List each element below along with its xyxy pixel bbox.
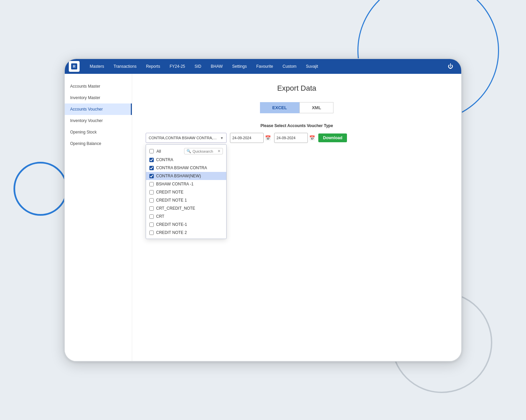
sidebar-item-opening-balance[interactable]: Opening Balance [65, 138, 132, 149]
checkbox-credit-note-dash-1[interactable] [149, 222, 154, 227]
dropdown-item-contra-bshaw-new[interactable]: CONTRA BSHAW(NEW) [146, 172, 226, 180]
logo-icon: R [71, 63, 77, 69]
item-label-credit-note-dash-1: CREDIT NOTE-1 [156, 222, 187, 227]
dropdown-panel: All 🔍 ✕ CONTRA [146, 144, 227, 239]
voucher-type-label: Please Select Accounts Voucher Type [146, 123, 448, 128]
dropdown-header: All 🔍 ✕ [146, 147, 226, 156]
checkbox-credit-note-1[interactable] [149, 198, 154, 203]
tab-xml[interactable]: XML [299, 102, 333, 113]
controls-row: CONTRA,CONTRA BSHAW CONTRA,CONTRA BS ▼ A… [146, 133, 448, 143]
checkbox-credit-note-2[interactable] [149, 231, 154, 235]
sidebar-item-accounts-master[interactable]: Accounts Master [65, 81, 132, 92]
tab-excel[interactable]: EXCEL [260, 102, 299, 113]
nav-fy2425[interactable]: FY24-25 [165, 59, 190, 74]
search-clear-icon[interactable]: ✕ [217, 149, 221, 153]
nav-transactions[interactable]: Transactions [109, 59, 141, 74]
checkbox-contra-bshaw-new[interactable] [149, 174, 154, 178]
sidebar-item-opening-stock[interactable]: Opening Stock [65, 126, 132, 138]
dropdown-item-bshaw-contra[interactable]: BSHAW CONTRA -1 [146, 180, 226, 188]
item-label-crt-credit-note: CRT_CREDIT_NOTE [156, 206, 195, 211]
decorative-circle-blue-left [13, 162, 67, 216]
nav-settings[interactable]: Settings [228, 59, 252, 74]
dropdown-item-credit-note-2[interactable]: CREDIT NOTE 2 [146, 229, 226, 237]
content-area: Export Data EXCEL XML Please Select Acco… [132, 74, 461, 362]
dropdown-item-credit-note-1[interactable]: CREDIT NOTE 1 [146, 196, 226, 204]
nav-masters[interactable]: Masters [85, 59, 109, 74]
multiselect-trigger[interactable]: CONTRA,CONTRA BSHAW CONTRA,CONTRA BS ▼ [146, 133, 227, 143]
nav-favourite[interactable]: Favourite [252, 59, 278, 74]
sidebar-item-inventory-voucher[interactable]: Inventory Voucher [65, 115, 132, 126]
dropdown-item-contra[interactable]: CONTRA [146, 156, 226, 164]
nav-custom[interactable]: Custom [278, 59, 301, 74]
dropdown-item-credit-note-dash-1[interactable]: CREDIT NOTE-1 [146, 220, 226, 229]
dropdown-item-crt-credit-note[interactable]: CRT_CREDIT_NOTE [146, 204, 226, 212]
power-button[interactable]: ⏻ [444, 63, 457, 69]
checkbox-credit-note[interactable] [149, 190, 154, 194]
dropdown-list: CONTRA CONTRA BSHAW CONTRA CONTRA BSHAW(… [146, 156, 226, 237]
multiselect-container: CONTRA,CONTRA BSHAW CONTRA,CONTRA BS ▼ A… [146, 133, 227, 143]
checkbox-crt[interactable] [149, 214, 154, 219]
dropdown-item-crt[interactable]: CRT [146, 212, 226, 220]
nav-sid[interactable]: SID [190, 59, 206, 74]
checkbox-contra-bshaw-contra[interactable] [149, 166, 154, 170]
dropdown-item-contra-bshaw-contra[interactable]: CONTRA BSHAW CONTRA [146, 164, 226, 172]
item-label-credit-note-2: CREDIT NOTE 2 [156, 230, 187, 235]
date-from-container: 📅 [230, 133, 271, 143]
sidebar: Accounts Master Inventory Master Account… [65, 74, 132, 362]
sidebar-item-accounts-voucher[interactable]: Accounts Voucher [65, 103, 132, 115]
navbar: R Masters Transactions Reports FY24-25 S… [65, 59, 461, 74]
search-box: 🔍 ✕ [184, 148, 223, 154]
item-label-bshaw-contra: BSHAW CONTRA -1 [156, 182, 194, 186]
multiselect-value: CONTRA,CONTRA BSHAW CONTRA,CONTRA BS [149, 136, 219, 140]
checkbox-crt-credit-note[interactable] [149, 206, 154, 211]
nav-suvajit[interactable]: Suvajit [301, 59, 323, 74]
quicksearch-input[interactable] [193, 149, 216, 153]
calendar-from-icon[interactable]: 📅 [265, 135, 271, 141]
nav-bhaw[interactable]: BHAW [206, 59, 228, 74]
item-label-contra-bshaw-contra: CONTRA BSHAW CONTRA [156, 166, 207, 170]
search-icon: 🔍 [186, 149, 191, 153]
date-to-container: 📅 [274, 133, 315, 143]
dropdown-item-credit-note[interactable]: CREDIT NOTE [146, 188, 226, 196]
nav-reports[interactable]: Reports [141, 59, 165, 74]
checkbox-bshaw-contra[interactable] [149, 182, 154, 186]
item-label-credit-note-1: CREDIT NOTE 1 [156, 198, 187, 203]
main-content: Accounts Master Inventory Master Account… [65, 74, 461, 362]
sidebar-item-inventory-master[interactable]: Inventory Master [65, 92, 132, 103]
item-label-contra: CONTRA [156, 157, 173, 162]
all-label: All [156, 149, 181, 154]
download-button[interactable]: Download [318, 133, 347, 142]
date-to-input[interactable] [274, 133, 308, 143]
nav-logo[interactable]: R [69, 61, 80, 72]
all-checkbox[interactable] [149, 149, 154, 153]
dropdown-arrow-icon: ▼ [220, 136, 224, 140]
item-label-crt: CRT [156, 214, 164, 219]
tablet-frame: R Masters Transactions Reports FY24-25 S… [64, 58, 462, 362]
calendar-to-icon[interactable]: 📅 [309, 135, 315, 141]
checkbox-contra[interactable] [149, 158, 154, 162]
item-label-credit-note: CREDIT NOTE [156, 190, 183, 194]
date-from-input[interactable] [230, 133, 264, 143]
page-title: Export Data [146, 84, 448, 93]
item-label-contra-bshaw-new: CONTRA BSHAW(NEW) [156, 174, 201, 178]
export-tabs: EXCEL XML [146, 102, 448, 113]
